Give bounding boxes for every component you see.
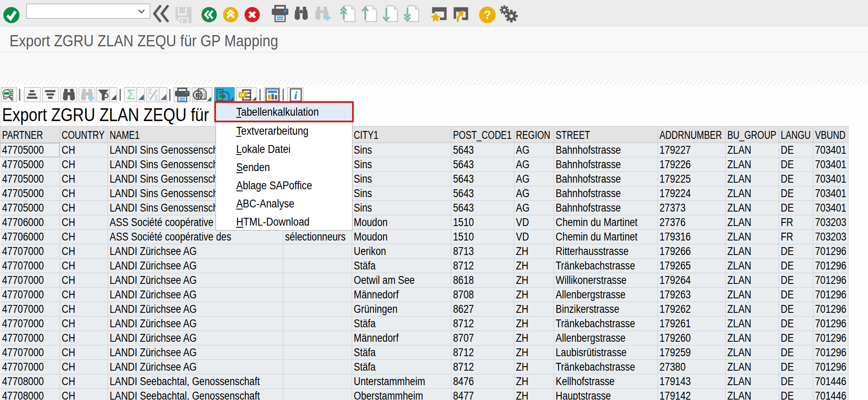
svg-text:?: ? <box>484 8 491 21</box>
svg-text:Σ: Σ <box>148 88 153 95</box>
svg-text:Σ: Σ <box>154 94 159 102</box>
svg-text:Σ: Σ <box>127 88 135 102</box>
svg-text:i: i <box>294 89 297 102</box>
